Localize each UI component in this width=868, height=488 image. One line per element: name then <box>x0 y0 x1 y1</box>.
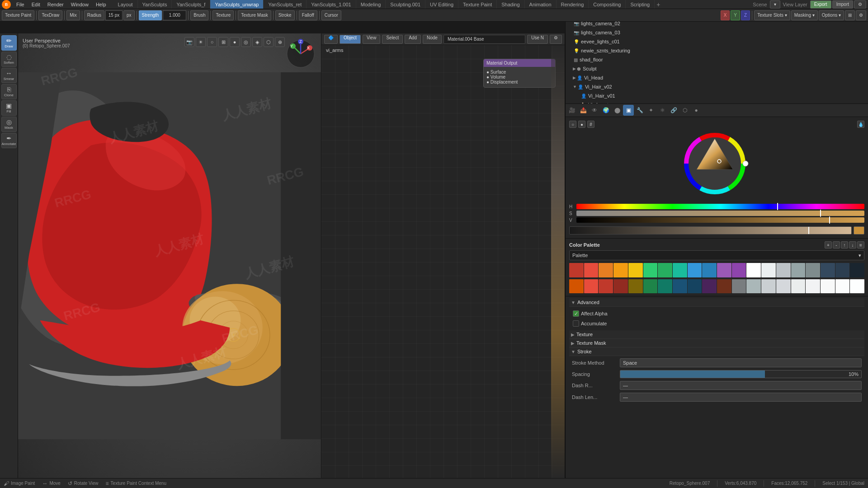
prop-render-tab[interactable]: 🎥 <box>566 105 577 116</box>
outliner-item-vihair01[interactable]: 👤 Vi_Hair_v01 <box>566 91 868 100</box>
outliner-item-viarmature[interactable]: 🦴 Vi_Armature <box>566 100 868 104</box>
workspace-yansculpts-ret[interactable]: YanSculpts_ret <box>264 0 307 9</box>
outliner-item-newie[interactable]: 💡 newie_sznts_texturing <box>566 46 868 55</box>
prop-data-tab[interactable]: ⬡ <box>679 105 690 116</box>
menu-render[interactable]: Render <box>44 0 67 9</box>
swatch-31[interactable] <box>717 279 731 294</box>
axis-gizmo[interactable]: X Y Z <box>285 38 316 70</box>
swatch-36[interactable] <box>791 279 806 294</box>
palette-remove-btn[interactable]: - <box>833 241 840 249</box>
tool-mask[interactable]: ◎ Mask <box>1 117 17 132</box>
workspace-yansculpts-1001[interactable]: YanSculpts_1.001 <box>307 0 356 9</box>
swatch-6[interactable] <box>643 263 658 277</box>
draw-mode-selector[interactable]: TexDraw <box>38 10 62 20</box>
tool-smear[interactable]: ↔ Smear <box>1 68 17 83</box>
image-paint-status[interactable]: 🖌 Image Paint <box>4 480 35 487</box>
workspace-yansculpts-unwrap[interactable]: YanSculpts_unwrap <box>210 0 264 9</box>
texture-mask-selector[interactable]: Texture Mask <box>238 10 271 20</box>
swatch-2[interactable] <box>584 263 599 277</box>
node-object-btn[interactable]: Object <box>340 35 361 44</box>
workspace-animation[interactable]: Animation <box>525 0 557 9</box>
palette-menu-btn[interactable]: ≡ <box>857 241 864 249</box>
swatch-35[interactable] <box>776 279 791 294</box>
xyz-y[interactable]: Y <box>731 10 740 20</box>
swatch-32[interactable] <box>732 279 746 294</box>
prop-object-tab[interactable]: ▣ <box>623 105 634 116</box>
swatch-23[interactable] <box>599 279 613 294</box>
texture-section-header[interactable]: ▶ Texture <box>569 330 864 339</box>
workspace-shading[interactable]: Shading <box>497 0 524 9</box>
node-add-btn[interactable]: Add <box>405 35 421 44</box>
radius-selector[interactable]: Radius <box>84 10 104 20</box>
vp-wire-btn[interactable]: ⊞ <box>218 37 228 47</box>
swatch-20[interactable] <box>850 263 864 277</box>
vp-look-btn[interactable]: ◎ <box>241 37 251 47</box>
toolbar-toggle-btn[interactable]: ⚙ <box>854 0 866 9</box>
workspace-yansculpts[interactable]: YanSculpts <box>138 0 172 9</box>
prop-physics-tab[interactable]: ⚛ <box>657 105 668 116</box>
main-viewport[interactable]: RRCG 人人素材 RRCG 人人素材 RRCG 人人素材 人人素材 RRCG … <box>18 33 321 478</box>
workspace-uv[interactable]: UV Editing <box>425 0 458 9</box>
swatch-10[interactable] <box>702 263 717 277</box>
node-select-btn[interactable]: Select <box>382 35 403 44</box>
node-settings-btn[interactable]: ⚙ <box>550 35 562 44</box>
swatch-29[interactable] <box>688 279 702 294</box>
tool-annotate[interactable]: ✒ Annotate <box>1 133 17 148</box>
add-workspace-btn[interactable]: + <box>656 1 660 8</box>
prop-constraints-tab[interactable]: 🔗 <box>668 105 679 116</box>
swatch-27[interactable] <box>658 279 672 294</box>
vp-light-btn[interactable]: ☀ <box>196 37 206 47</box>
swatch-17[interactable] <box>806 263 820 277</box>
color-mode-hex[interactable]: # <box>587 121 594 128</box>
node-canvas[interactable]: vi_arms Material Output ● Surface ● Volu… <box>321 45 565 478</box>
s-slider[interactable] <box>576 211 864 216</box>
outliner-item-sculpt[interactable]: ▶ ⬢ Sculpt <box>566 64 868 73</box>
swatch-24[interactable] <box>613 279 628 294</box>
quad-view-btn[interactable]: ⊞ <box>845 10 855 20</box>
color-eyedropper[interactable]: 💧 <box>857 121 864 128</box>
color-wheel-container[interactable] <box>681 130 753 202</box>
dash-len-value[interactable]: — <box>620 393 862 402</box>
vp-material-btn[interactable]: ○ <box>207 37 217 47</box>
swatch-16[interactable] <box>791 263 806 277</box>
move-status[interactable]: ↔ Move <box>42 480 60 487</box>
mode-selector[interactable]: Texture Paint <box>2 10 34 20</box>
node-node-btn[interactable]: Node <box>423 35 442 44</box>
outliner-item-camera-03[interactable]: 📷 lights_camera_03 <box>566 28 868 37</box>
swatch-40[interactable] <box>850 279 864 294</box>
swatch-15[interactable] <box>776 263 791 277</box>
palette-down-btn[interactable]: ↓ <box>849 241 856 249</box>
export-button[interactable]: Export <box>810 0 831 9</box>
node-editor-icon[interactable]: 🔷 <box>324 35 338 44</box>
options-btn[interactable]: Options ▾ <box>819 10 844 20</box>
material-name-display[interactable]: Material.004 Base <box>443 35 525 44</box>
prop-modifier-tab[interactable]: 🔧 <box>634 105 645 116</box>
vp-overlay-btn[interactable]: ⬡ <box>264 37 274 47</box>
texture-mask-section-header[interactable]: ▶ Texture Mask <box>569 339 864 347</box>
swatch-22[interactable] <box>584 279 599 294</box>
v-slider[interactable] <box>576 217 864 223</box>
swatch-25[interactable] <box>628 279 643 294</box>
workspace-modeling[interactable]: Modeling <box>356 0 386 9</box>
workspace-layout[interactable]: Layout <box>113 0 138 9</box>
swatch-30[interactable] <box>702 279 717 294</box>
swatch-9[interactable] <box>688 263 702 277</box>
node-view-btn[interactable]: View <box>363 35 381 44</box>
prop-particles-tab[interactable]: ✦ <box>646 105 656 116</box>
vp-solid-btn[interactable]: ● <box>230 37 240 47</box>
outliner-item-vihead[interactable]: ▶ 👤 Vi_Head <box>566 73 868 82</box>
swatch-39[interactable] <box>835 279 850 294</box>
palette-up-btn[interactable]: ↑ <box>841 241 848 249</box>
node-use-btn[interactable]: Use N <box>527 35 548 44</box>
workspace-yansculpts-f[interactable]: YanSculpts_f <box>172 0 210 9</box>
masking-btn[interactable]: Masking ▾ <box>791 10 818 20</box>
accumulate-checkbox[interactable] <box>573 320 579 327</box>
swatch-3[interactable] <box>599 263 613 277</box>
swatch-14[interactable] <box>761 263 776 277</box>
outliner-item-vihair02[interactable]: ▼ 👤 Vi_Hair_v02 <box>566 82 868 91</box>
tool-draw[interactable]: ✏ Draw <box>1 35 17 51</box>
color-preview-swatch[interactable] <box>854 226 864 235</box>
prop-world-tab[interactable]: ⬤ <box>612 105 623 116</box>
palette-add-btn[interactable]: + <box>825 241 832 249</box>
vp-gizmo-btn[interactable]: ⊕ <box>275 37 285 47</box>
